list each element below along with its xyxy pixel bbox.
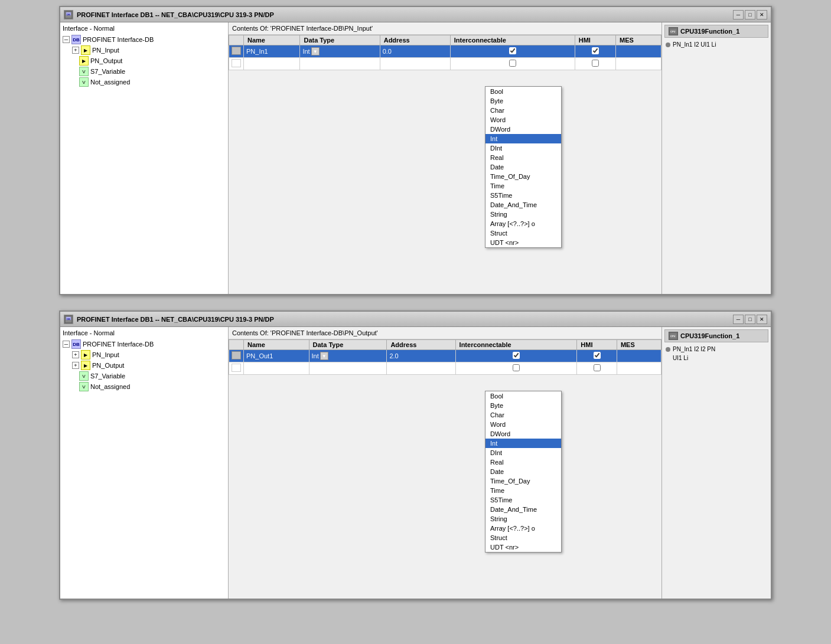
row-hmi-2-0[interactable]: [577, 350, 617, 362]
tree-notassigned-1[interactable]: V Not_assigned: [63, 77, 226, 87]
row-interconnectable-1-1[interactable]: [450, 58, 575, 70]
interconnectable-checkbox-1-1[interactable]: [509, 60, 516, 67]
minimize-button-1[interactable]: ─: [733, 10, 744, 19]
dropdown-arrow-2-0[interactable]: ▼: [320, 352, 328, 360]
dropdown-item-struct-1[interactable]: Struct: [485, 228, 561, 238]
dropdown-item-dword-2[interactable]: DWord: [485, 429, 561, 439]
left-panel-2: Interface - Normal ─ DB PROFINET Interfa…: [60, 327, 229, 599]
right-panel-row-text-2a: PN_In1 I2 I2 PN: [673, 346, 715, 352]
maximize-button-2[interactable]: □: [745, 315, 755, 324]
dropdown-item-dword-1[interactable]: DWord: [485, 125, 561, 134]
row-mes-1-1: [616, 58, 661, 70]
tree-toggle-root-2[interactable]: ─: [63, 341, 70, 348]
dropdown-item-dateandtime-2[interactable]: Date_And_Time: [485, 505, 561, 514]
tree-toggle-pninput-1[interactable]: +: [72, 47, 79, 54]
dropdown-popup-1[interactable]: Bool Byte Char Word DWord Int DInt Real …: [485, 86, 562, 248]
tree-toggle-pnoutput-2[interactable]: +: [72, 362, 79, 369]
dropdown-item-int-1[interactable]: Int: [485, 134, 561, 143]
dropdown-item-s5time-1[interactable]: S5Time: [485, 191, 561, 200]
dropdown-item-int-2[interactable]: Int: [485, 439, 561, 448]
row-interconnectable-2-0[interactable]: [455, 350, 577, 362]
dropdown-item-byte-2[interactable]: Byte: [485, 401, 561, 410]
row-address-1-1[interactable]: [380, 58, 450, 70]
row-address-2-0[interactable]: 2.0: [387, 350, 455, 362]
tree-notassigned-label-2: Not_assigned: [90, 383, 130, 390]
dropdown-item-dateandtime-1[interactable]: Date_And_Time: [485, 200, 561, 210]
row-interconnectable-1-0[interactable]: [450, 45, 575, 58]
minimize-button-2[interactable]: ─: [733, 315, 744, 324]
var-icon-notassigned-2: V: [79, 382, 89, 391]
hmi-checkbox-1-0[interactable]: [592, 47, 599, 54]
table-row-1-0[interactable]: PN_In1 Int ▼ 0.0: [229, 45, 661, 58]
dropdown-item-date-2[interactable]: Date: [485, 467, 561, 476]
tree-toggle-pninput-2[interactable]: +: [72, 351, 79, 358]
dropdown-item-time-2[interactable]: Time: [485, 486, 561, 495]
tree-pn-output-1[interactable]: ▶ PN_Output: [63, 55, 226, 66]
dropdown-item-bool-1[interactable]: Bool: [485, 87, 561, 96]
dropdown-item-word-2[interactable]: Word: [485, 420, 561, 429]
hmi-checkbox-2-0[interactable]: [594, 352, 601, 359]
dropdown-item-struct-2[interactable]: Struct: [485, 533, 561, 542]
dropdown-item-time-1[interactable]: Time: [485, 181, 561, 191]
row-address-1-0[interactable]: 0.0: [380, 45, 450, 58]
interconnectable-checkbox-1-0[interactable]: [509, 47, 516, 54]
interconnectable-checkbox-2-1[interactable]: [513, 364, 520, 371]
dropdown-item-s5time-2[interactable]: S5Time: [485, 495, 561, 505]
dropdown-item-timeofday-1[interactable]: Time_Of_Day: [485, 172, 561, 181]
tree-pn-input-2[interactable]: + ▶ PN_Input: [63, 349, 226, 360]
row-name-1-1[interactable]: [244, 58, 300, 70]
row-hmi-1-0[interactable]: [575, 45, 615, 58]
dropdown-item-array-2[interactable]: Array [<?..?>] o: [485, 524, 561, 533]
tree-root-2[interactable]: ─ DB PROFINET Interface-DB: [63, 339, 226, 349]
dropdown-item-char-2[interactable]: Char: [485, 410, 561, 420]
row-hmi-1-1[interactable]: [575, 58, 615, 70]
tree-s7var-1[interactable]: V S7_Variable: [63, 66, 226, 77]
dropdown-item-char-1[interactable]: Char: [485, 106, 561, 115]
row-name-2-1[interactable]: [244, 362, 309, 375]
hmi-checkbox-1-1[interactable]: [592, 60, 599, 67]
tree-root-1[interactable]: ─ DB PROFINET Interface-DB: [63, 34, 226, 45]
close-button-2[interactable]: ✕: [757, 315, 767, 324]
row-interconnectable-2-1[interactable]: [455, 362, 577, 375]
dropdown-item-udt-1[interactable]: UDT <nr>: [485, 238, 561, 247]
row-hmi-2-1[interactable]: [577, 362, 617, 375]
dropdown-item-array-1[interactable]: Array [<?..?>] o: [485, 219, 561, 228]
dropdown-item-real-1[interactable]: Real: [485, 153, 561, 162]
dropdown-item-dint-2[interactable]: DInt: [485, 448, 561, 457]
dropdown-item-dint-1[interactable]: DInt: [485, 143, 561, 153]
tree-notassigned-2[interactable]: V Not_assigned: [63, 381, 226, 392]
folder-icon-pnoutput-1: ▶: [79, 56, 89, 66]
row-address-2-1[interactable]: [387, 362, 455, 375]
row-name-1-0[interactable]: PN_In1: [244, 45, 300, 58]
dropdown-item-date-1[interactable]: Date: [485, 162, 561, 172]
dropdown-item-byte-1[interactable]: Byte: [485, 96, 561, 106]
tree-toggle-root-1[interactable]: ─: [63, 36, 70, 43]
dropdown-arrow-1-0[interactable]: ▼: [311, 47, 320, 55]
interconnectable-checkbox-2-0[interactable]: [513, 352, 520, 359]
maximize-button-1[interactable]: □: [745, 10, 755, 19]
tree-pn-input-1[interactable]: + ▶ PN_Input: [63, 45, 226, 55]
dropdown-item-string-1[interactable]: String: [485, 210, 561, 219]
row-datatype-2-1[interactable]: [309, 362, 387, 375]
row-datatype-1-1[interactable]: [300, 58, 380, 70]
dropdown-item-real-2[interactable]: Real: [485, 457, 561, 467]
dropdown-item-timeofday-2[interactable]: Time_Of_Day: [485, 476, 561, 486]
tree-s7var-2[interactable]: V S7_Variable: [63, 371, 226, 381]
dropdown-item-udt-2[interactable]: UDT <nr>: [485, 542, 561, 552]
dropdown-popup-2[interactable]: Bool Byte Char Word DWord Int DInt Real …: [485, 391, 562, 553]
dropdown-item-string-2[interactable]: String: [485, 514, 561, 524]
window-body-1: Interface - Normal ─ DB PROFINET Interfa…: [60, 22, 771, 294]
row-datatype-2-0[interactable]: Int ▼: [309, 350, 387, 362]
tree-pn-output-2[interactable]: + ▶ PN_Output: [63, 360, 226, 371]
table-row-1-1[interactable]: [229, 58, 661, 70]
table-row-2-1[interactable]: [229, 362, 661, 375]
row-datatype-1-0[interactable]: Int ▼: [300, 45, 380, 58]
table-header-1: Name Data Type Address Interconnectable …: [229, 35, 661, 45]
table-row-2-0[interactable]: PN_Out1 Int ▼ 2.0: [229, 350, 661, 362]
row-icon-1-0: [232, 47, 241, 55]
close-button-1[interactable]: ✕: [757, 10, 767, 19]
hmi-checkbox-2-1[interactable]: [594, 364, 601, 371]
dropdown-item-word-1[interactable]: Word: [485, 115, 561, 125]
dropdown-item-bool-2[interactable]: Bool: [485, 391, 561, 401]
row-name-2-0[interactable]: PN_Out1: [244, 350, 309, 362]
